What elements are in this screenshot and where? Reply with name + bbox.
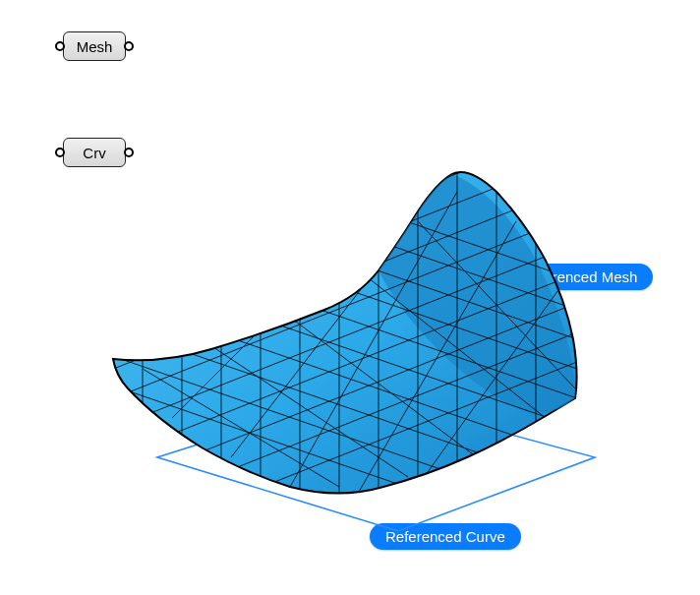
viewport-illustration (84, 162, 634, 556)
mesh-param-container[interactable]: Mesh (63, 31, 126, 61)
svg-line-32 (123, 300, 231, 349)
referenced-mesh-geometry (84, 162, 634, 556)
curve-param-label: Crv (83, 145, 105, 161)
mesh-param-label: Mesh (77, 38, 113, 55)
